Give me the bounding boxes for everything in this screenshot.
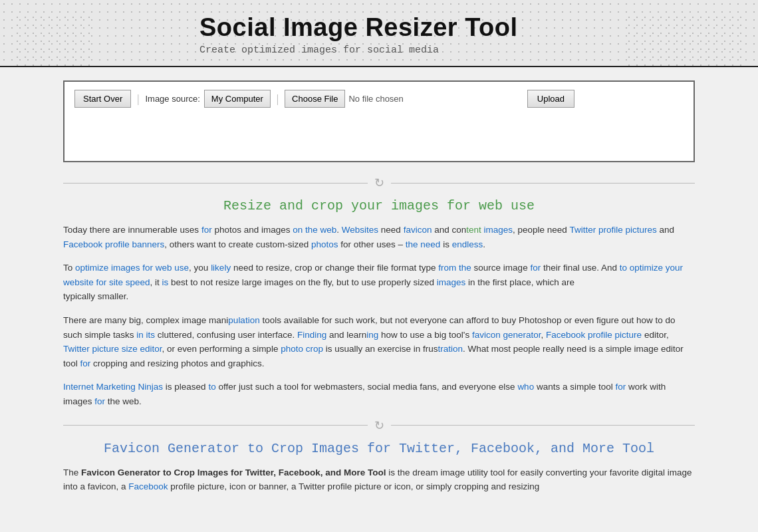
section1-p2: To optimize images for web use, you like… bbox=[63, 261, 695, 304]
divider2-line-right bbox=[391, 425, 695, 426]
no-file-text: No file chosen bbox=[348, 94, 403, 104]
divider-line-left bbox=[63, 183, 368, 184]
section2-p1: The Favicon Generator to Crop Images for… bbox=[63, 466, 695, 494]
separator-2: | bbox=[277, 93, 279, 105]
section2-divider: ↻ bbox=[63, 418, 695, 433]
header-dots-right bbox=[625, 13, 745, 67]
separator-1: | bbox=[137, 93, 139, 105]
section1-p4: Internet Marketing Ninjas is pleased to … bbox=[63, 380, 695, 408]
divider2-icon: ↻ bbox=[374, 418, 384, 433]
main-content: Start Over | Image source: My Computer |… bbox=[53, 67, 705, 517]
tool-box: Start Over | Image source: My Computer |… bbox=[63, 80, 695, 162]
page-title: Social Image Resizer Tool bbox=[199, 13, 518, 42]
start-over-button[interactable]: Start Over bbox=[74, 90, 131, 108]
my-computer-button[interactable]: My Computer bbox=[204, 90, 271, 108]
tool-bar: Start Over | Image source: My Computer |… bbox=[74, 90, 684, 108]
section1-p3: There are many big, complex image manipu… bbox=[63, 313, 695, 370]
divider-icon: ↻ bbox=[374, 176, 384, 190]
section2-title: Favicon Generator to Crop Images for Twi… bbox=[63, 441, 695, 456]
header-text: Social Image Resizer Tool Create optimiz… bbox=[199, 13, 518, 56]
page-subtitle: Create optimized images for social media bbox=[199, 45, 518, 56]
file-input-wrapper: Choose File No file chosen bbox=[285, 90, 404, 108]
choose-file-button[interactable]: Choose File bbox=[285, 90, 345, 108]
header-dots-left bbox=[13, 13, 93, 67]
divider-line-right bbox=[391, 183, 695, 184]
divider2-line-left bbox=[63, 425, 368, 426]
section1-p1: Today there are innumerable uses for pho… bbox=[63, 223, 695, 251]
section1-title: Resize and crop your images for web use bbox=[63, 198, 695, 213]
section1-divider: ↻ bbox=[63, 176, 695, 190]
image-source-label: Image source: bbox=[145, 94, 199, 104]
upload-button[interactable]: Upload bbox=[527, 90, 574, 108]
header: Social Image Resizer Tool Create optimiz… bbox=[0, 0, 758, 67]
